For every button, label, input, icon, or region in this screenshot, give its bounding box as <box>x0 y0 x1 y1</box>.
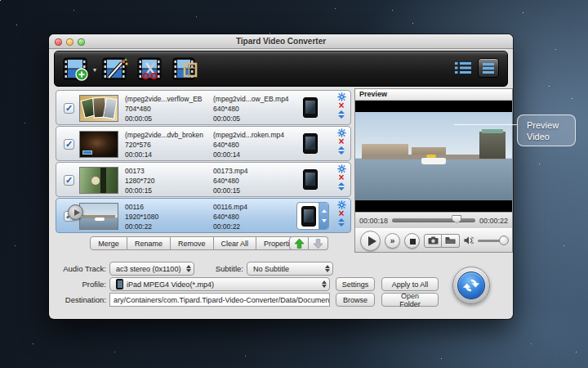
output-filename: 00116.mp4 <box>213 202 300 212</box>
row-checkbox[interactable]: ✓ <box>64 139 74 150</box>
list-action-buttons: Merge Rename Remove Clear All Properties <box>90 236 305 250</box>
device-profile-dropdown[interactable] <box>296 202 329 230</box>
seek-slider[interactable] <box>392 218 475 222</box>
profile-label: Profile: <box>56 280 106 289</box>
preview-video-area[interactable] <box>355 101 512 212</box>
profile-value: iPad MPEG4 Video(*.mp4) <box>127 280 318 289</box>
output-resolution: 640*480 <box>213 104 300 114</box>
remove-button[interactable]: Remove <box>171 236 214 250</box>
stop-button[interactable] <box>404 233 420 249</box>
ipad-device-icon <box>301 206 316 227</box>
output-info: 00116.mp4 640*480 00:00:22 <box>213 202 300 231</box>
detail-view-icon <box>482 61 495 74</box>
source-filename: (mpeg2vide...verflow_EB <box>125 94 212 104</box>
titlebar: Tipard Video Converter <box>49 34 513 49</box>
apply-to-all-button[interactable]: Apply to All <box>381 277 439 291</box>
file-row[interactable]: ✓ (mpeg2vide...verflow_EB 704*480 00:00:… <box>56 90 351 125</box>
clear-all-button[interactable]: Clear All <box>214 236 257 250</box>
preview-video-tooltip: Preview Video <box>517 114 576 146</box>
video-thumbnail <box>79 95 118 122</box>
ipad-device-icon <box>303 97 318 118</box>
source-info: (mpeg2vide...verflow_EB 704*480 00:00:05 <box>125 94 212 123</box>
source-duration: 00:00:15 <box>125 186 212 195</box>
preview-panel: Preview 00:00:18 00:00:22 » <box>354 88 513 253</box>
ipad-mini-icon <box>116 279 123 289</box>
row-move-arrows-icon[interactable] <box>338 218 345 227</box>
file-row[interactable]: ✓ 00173 1280*720 00:00:15 00173.mp4 640*… <box>56 162 351 197</box>
destination-label: Destination: <box>56 295 106 304</box>
audio-track-value: ac3 stereo (0x1100) <box>116 265 183 273</box>
row-move-arrows-icon[interactable] <box>338 110 345 119</box>
merge-button[interactable]: Merge <box>90 236 127 250</box>
row-remove-icon[interactable]: × <box>338 101 344 110</box>
toolbar: ▾ <box>54 51 508 87</box>
source-duration: 00:00:14 <box>125 150 212 159</box>
row-checkbox[interactable]: ✓ <box>64 175 74 186</box>
convert-sync-arrows-icon <box>462 276 480 294</box>
source-resolution: 1920*1080 <box>125 212 212 222</box>
play-button[interactable] <box>360 231 381 251</box>
audio-track-select[interactable]: ac3 stereo (0x1100) <box>109 262 194 276</box>
source-duration: 00:00:22 <box>125 222 212 231</box>
snapshot-folder-button[interactable] <box>442 234 460 248</box>
volume-slider[interactable] <box>478 240 507 242</box>
list-view-toggle[interactable] <box>455 61 471 74</box>
total-time: 00:00:22 <box>479 217 508 225</box>
row-move-arrows-icon[interactable] <box>338 146 345 155</box>
add-video-button[interactable] <box>63 56 91 83</box>
file-row[interactable]: ✓ (mpeg2vide...dvb_broken 720*576 00:00:… <box>56 126 351 161</box>
speaker-icon[interactable] <box>464 236 474 245</box>
list-view-icon <box>455 61 471 74</box>
up-arrow-icon <box>295 239 304 249</box>
move-down-button[interactable] <box>309 236 328 250</box>
profile-select[interactable]: iPad MPEG4 Video(*.mp4) <box>109 277 330 291</box>
stepper-icon <box>186 265 191 272</box>
source-filename: 00116 <box>125 202 212 212</box>
seek-slider-thumb[interactable] <box>452 215 461 223</box>
row-move-arrows-icon[interactable] <box>338 182 345 191</box>
crop-button[interactable] <box>172 56 200 83</box>
rename-button[interactable]: Rename <box>127 236 171 250</box>
video-thumbnail <box>79 203 118 230</box>
effect-button[interactable] <box>102 56 130 83</box>
volume-slider-thumb[interactable] <box>499 236 509 245</box>
source-info: 00116 1920*1080 00:00:22 <box>125 202 212 231</box>
scissors-icon <box>137 57 165 82</box>
add-video-dropdown-caret-icon[interactable]: ▾ <box>93 66 96 74</box>
move-up-button[interactable] <box>289 236 309 250</box>
snapshot-button[interactable] <box>424 234 442 248</box>
source-filename: (mpeg2vide...dvb_broken <box>125 130 212 140</box>
output-info: 00173.mp4 640*480 00:00:15 <box>213 166 300 195</box>
output-resolution: 640*480 <box>213 212 300 222</box>
row-remove-icon[interactable]: × <box>338 173 344 182</box>
convert-button[interactable] <box>452 267 490 304</box>
preview-title: Preview <box>355 89 512 101</box>
clip-button[interactable] <box>137 56 165 83</box>
settings-button[interactable]: Settings <box>336 277 375 291</box>
browse-button[interactable]: Browse <box>336 293 375 307</box>
output-resolution: 640*480 <box>213 140 300 150</box>
tooltip-line2: Video <box>527 131 575 142</box>
seek-row: 00:00:18 00:00:22 <box>355 212 512 228</box>
ipad-device-icon <box>303 133 318 154</box>
file-row-selected[interactable]: ✓ 00116 1920*1080 00:00:22 00116.mp4 640… <box>56 198 351 233</box>
output-duration: 00:00:05 <box>213 114 300 123</box>
subtitle-select[interactable]: No Subtitle <box>247 262 333 276</box>
row-remove-icon[interactable]: × <box>338 209 344 218</box>
audio-subtitle-row: Audio Track: ac3 stereo (0x1100) Subtitl… <box>56 262 333 276</box>
fast-forward-button[interactable]: » <box>385 233 400 249</box>
app-window: Tipard Video Converter ▾ <box>49 34 513 319</box>
play-overlay-icon[interactable] <box>68 204 83 220</box>
output-duration: 00:00:14 <box>213 150 300 159</box>
row-checkbox[interactable]: ✓ <box>64 103 74 114</box>
ipad-device-icon <box>303 169 318 190</box>
video-thumbnail <box>79 167 118 194</box>
source-filename: 00173 <box>125 166 212 176</box>
detail-view-toggle[interactable] <box>478 58 499 78</box>
row-remove-icon[interactable]: × <box>338 137 344 146</box>
open-folder-button[interactable]: Open Folder <box>381 293 439 307</box>
down-arrow-icon <box>314 239 323 249</box>
source-info: 00173 1280*720 00:00:15 <box>125 166 212 195</box>
output-resolution: 640*480 <box>213 176 300 186</box>
destination-field[interactable]: ary/Containers/com.Tipard.Tipard-Video-C… <box>109 293 330 307</box>
